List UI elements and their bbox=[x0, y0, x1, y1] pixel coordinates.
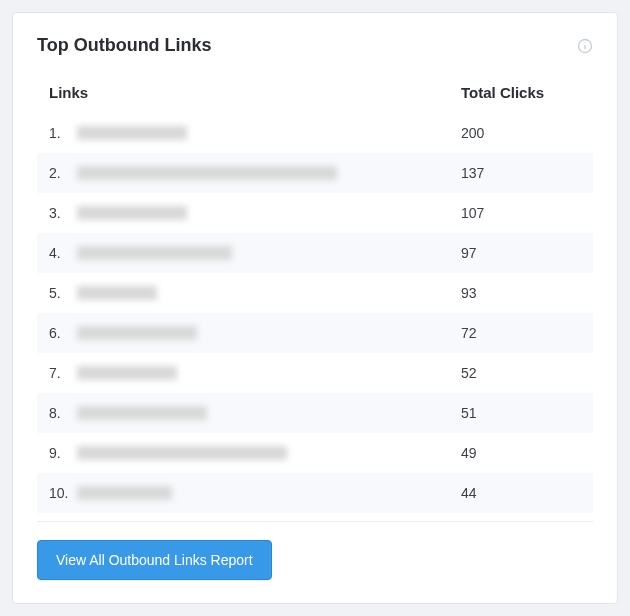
header-clicks: Total Clicks bbox=[461, 84, 581, 101]
table-row: 9.49 bbox=[37, 433, 593, 473]
row-number: 5. bbox=[49, 285, 77, 301]
redacted-link bbox=[77, 246, 232, 260]
row-link[interactable] bbox=[77, 246, 461, 260]
row-clicks: 107 bbox=[461, 205, 581, 221]
row-link[interactable] bbox=[77, 326, 461, 340]
row-link[interactable] bbox=[77, 446, 461, 460]
row-number: 2. bbox=[49, 165, 77, 181]
redacted-link bbox=[77, 366, 177, 380]
row-clicks: 72 bbox=[461, 325, 581, 341]
card-header: Top Outbound Links bbox=[37, 35, 593, 56]
redacted-link bbox=[77, 206, 187, 220]
row-link[interactable] bbox=[77, 166, 461, 180]
row-clicks: 51 bbox=[461, 405, 581, 421]
table-row: 5.93 bbox=[37, 273, 593, 313]
top-outbound-links-card: Top Outbound Links Links Total Clicks 1.… bbox=[12, 12, 618, 604]
row-clicks: 137 bbox=[461, 165, 581, 181]
row-link[interactable] bbox=[77, 486, 461, 500]
row-clicks: 49 bbox=[461, 445, 581, 461]
row-number: 7. bbox=[49, 365, 77, 381]
redacted-link bbox=[77, 286, 157, 300]
row-clicks: 52 bbox=[461, 365, 581, 381]
row-clicks: 97 bbox=[461, 245, 581, 261]
row-number: 4. bbox=[49, 245, 77, 261]
card-footer: View All Outbound Links Report bbox=[37, 521, 593, 580]
table-body: 1.2002.1373.1074.975.936.727.528.519.491… bbox=[37, 113, 593, 513]
table-header: Links Total Clicks bbox=[37, 74, 593, 113]
redacted-link bbox=[77, 126, 187, 140]
row-clicks: 200 bbox=[461, 125, 581, 141]
row-number: 10. bbox=[49, 485, 77, 501]
table-row: 1.200 bbox=[37, 113, 593, 153]
info-icon[interactable] bbox=[577, 38, 593, 54]
row-clicks: 93 bbox=[461, 285, 581, 301]
table-row: 8.51 bbox=[37, 393, 593, 433]
row-link[interactable] bbox=[77, 206, 461, 220]
redacted-link bbox=[77, 166, 337, 180]
row-number: 6. bbox=[49, 325, 77, 341]
table-row: 2.137 bbox=[37, 153, 593, 193]
view-all-outbound-links-button[interactable]: View All Outbound Links Report bbox=[37, 540, 272, 580]
svg-point-2 bbox=[584, 42, 585, 43]
redacted-link bbox=[77, 446, 287, 460]
row-link[interactable] bbox=[77, 286, 461, 300]
row-number: 9. bbox=[49, 445, 77, 461]
row-link[interactable] bbox=[77, 366, 461, 380]
table-row: 10.44 bbox=[37, 473, 593, 513]
links-table: Links Total Clicks 1.2002.1373.1074.975.… bbox=[37, 74, 593, 513]
table-row: 3.107 bbox=[37, 193, 593, 233]
table-row: 7.52 bbox=[37, 353, 593, 393]
row-number: 1. bbox=[49, 125, 77, 141]
card-title: Top Outbound Links bbox=[37, 35, 212, 56]
redacted-link bbox=[77, 326, 197, 340]
table-row: 6.72 bbox=[37, 313, 593, 353]
header-links: Links bbox=[49, 84, 461, 101]
row-link[interactable] bbox=[77, 126, 461, 140]
row-number: 8. bbox=[49, 405, 77, 421]
row-number: 3. bbox=[49, 205, 77, 221]
redacted-link bbox=[77, 406, 207, 420]
table-row: 4.97 bbox=[37, 233, 593, 273]
row-link[interactable] bbox=[77, 406, 461, 420]
redacted-link bbox=[77, 486, 172, 500]
row-clicks: 44 bbox=[461, 485, 581, 501]
